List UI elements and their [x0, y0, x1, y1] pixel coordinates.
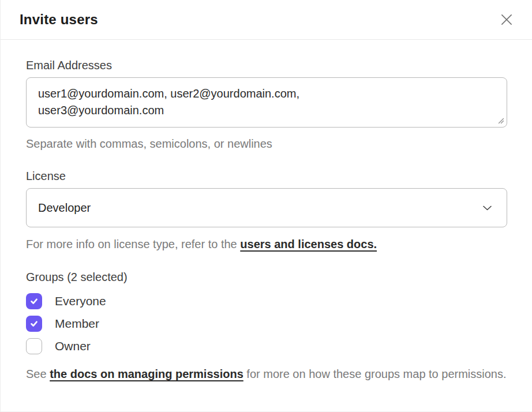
footer-prefix: See	[26, 368, 50, 380]
checkbox-everyone[interactable]	[26, 293, 42, 309]
email-addresses-input[interactable]: user1@yourdomain.com, user2@yourdomain.c…	[26, 77, 507, 128]
checkmark-icon	[29, 296, 39, 306]
license-helper-prefix: For more info on license type, refer to …	[26, 238, 240, 250]
footer-suffix: for more on how these groups map to perm…	[243, 368, 507, 380]
checkmark-icon	[29, 319, 39, 329]
managing-permissions-docs-link[interactable]: the docs on managing permissions	[50, 368, 243, 380]
license-helper-text: For more info on license type, refer to …	[26, 236, 507, 253]
email-helper-text: Separate with commas, semicolons, or new…	[26, 136, 507, 152]
close-button[interactable]	[499, 12, 515, 28]
group-label-everyone: Everyone	[55, 294, 106, 308]
groups-footer-note: See the docs on managing permissions for…	[26, 366, 507, 383]
close-icon	[499, 12, 514, 27]
modal-title: Invite users	[20, 12, 98, 28]
email-addresses-label: Email Addresses	[26, 59, 507, 72]
checkbox-member[interactable]	[26, 316, 42, 332]
chevron-down-icon	[482, 205, 492, 211]
group-label-owner: Owner	[55, 339, 91, 353]
email-textarea-wrap: user1@yourdomain.com, user2@yourdomain.c…	[26, 77, 507, 128]
group-row-owner[interactable]: Owner	[26, 338, 507, 354]
group-row-member[interactable]: Member	[26, 316, 507, 332]
users-licenses-docs-link[interactable]: users and licenses docs.	[240, 238, 377, 250]
license-label: License	[26, 170, 507, 183]
groups-label: Groups (2 selected)	[26, 271, 507, 284]
license-select[interactable]: Developer	[26, 188, 507, 227]
group-label-member: Member	[55, 317, 99, 331]
textarea-resize-handle[interactable]	[497, 117, 504, 124]
checkbox-owner[interactable]	[26, 338, 42, 354]
group-row-everyone[interactable]: Everyone	[26, 293, 507, 309]
modal-body: Email Addresses user1@yourdomain.com, us…	[1, 59, 532, 383]
modal-header: Invite users	[1, 0, 532, 40]
license-selected-value: Developer	[38, 201, 91, 215]
